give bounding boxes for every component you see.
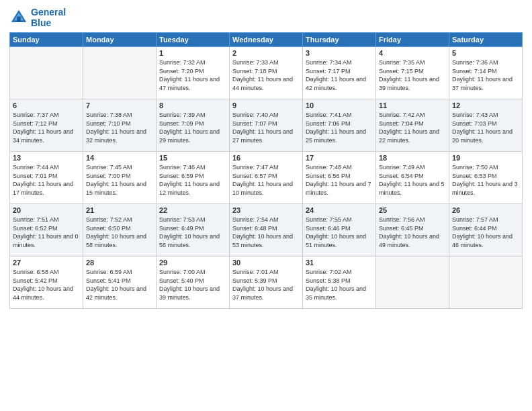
- day-number: 9: [232, 101, 300, 109]
- day-info: Sunrise: 7:57 AMSunset: 6:44 PMDaylight:…: [452, 216, 519, 249]
- day-info: Sunrise: 7:38 AMSunset: 7:10 PMDaylight:…: [86, 111, 153, 144]
- day-number: 17: [306, 154, 373, 162]
- day-cell: 24Sunrise: 7:55 AMSunset: 6:46 PMDayligh…: [303, 204, 376, 257]
- day-number: 16: [232, 154, 300, 162]
- day-number: 20: [13, 206, 80, 214]
- day-cell: 14Sunrise: 7:45 AMSunset: 7:00 PMDayligh…: [83, 152, 157, 204]
- day-cell: 25Sunrise: 7:56 AMSunset: 6:45 PMDayligh…: [376, 204, 449, 257]
- day-info: Sunrise: 7:37 AMSunset: 7:12 PMDaylight:…: [13, 111, 80, 144]
- day-cell: 4Sunrise: 7:35 AMSunset: 7:15 PMDaylight…: [376, 47, 449, 99]
- day-cell: 10Sunrise: 7:41 AMSunset: 7:06 PMDayligh…: [303, 99, 376, 152]
- day-cell: 8Sunrise: 7:39 AMSunset: 7:09 PMDaylight…: [157, 99, 230, 152]
- day-cell: [376, 257, 449, 309]
- day-cell: 30Sunrise: 7:01 AMSunset: 5:39 PMDayligh…: [230, 257, 303, 309]
- day-number: 4: [379, 49, 446, 57]
- logo-icon: [9, 8, 28, 27]
- header-day-friday: Friday: [376, 33, 449, 47]
- day-cell: 15Sunrise: 7:46 AMSunset: 6:59 PMDayligh…: [157, 152, 230, 204]
- day-number: 24: [306, 206, 373, 214]
- day-cell: 6Sunrise: 7:37 AMSunset: 7:12 PMDaylight…: [10, 99, 83, 152]
- day-cell: 28Sunrise: 6:59 AMSunset: 5:41 PMDayligh…: [83, 257, 157, 309]
- day-cell: 18Sunrise: 7:49 AMSunset: 6:54 PMDayligh…: [376, 152, 449, 204]
- day-cell: 3Sunrise: 7:34 AMSunset: 7:17 PMDaylight…: [303, 47, 376, 99]
- day-number: 15: [159, 154, 226, 162]
- day-cell: [10, 47, 83, 99]
- day-cell: [83, 47, 157, 99]
- day-info: Sunrise: 7:51 AMSunset: 6:52 PMDaylight:…: [13, 216, 80, 249]
- day-info: Sunrise: 6:58 AMSunset: 5:42 PMDaylight:…: [13, 268, 80, 302]
- day-number: 12: [452, 101, 519, 109]
- day-number: 13: [13, 154, 80, 162]
- calendar-table: SundayMondayTuesdayWednesdayThursdayFrid…: [9, 32, 523, 309]
- day-info: Sunrise: 7:41 AMSunset: 7:06 PMDaylight:…: [306, 111, 373, 144]
- day-cell: 22Sunrise: 7:53 AMSunset: 6:49 PMDayligh…: [157, 204, 230, 257]
- day-number: 5: [452, 49, 519, 57]
- header-day-sunday: Sunday: [10, 33, 83, 47]
- day-cell: 29Sunrise: 7:00 AMSunset: 5:40 PMDayligh…: [157, 257, 230, 309]
- day-cell: 5Sunrise: 7:36 AMSunset: 7:14 PMDaylight…: [449, 47, 523, 99]
- svg-rect-2: [17, 17, 21, 22]
- day-info: Sunrise: 7:46 AMSunset: 6:59 PMDaylight:…: [159, 163, 226, 197]
- day-number: 28: [86, 259, 153, 267]
- day-number: 18: [379, 154, 446, 162]
- day-info: Sunrise: 7:47 AMSunset: 6:57 PMDaylight:…: [232, 163, 300, 197]
- header-row: SundayMondayTuesdayWednesdayThursdayFrid…: [10, 33, 523, 47]
- day-number: 10: [306, 101, 373, 109]
- day-cell: 12Sunrise: 7:43 AMSunset: 7:03 PMDayligh…: [449, 99, 523, 152]
- week-row-4: 20Sunrise: 7:51 AMSunset: 6:52 PMDayligh…: [10, 204, 523, 257]
- calendar-page: General Blue SundayMondayTuesdayWednesda…: [0, 0, 532, 411]
- day-info: Sunrise: 7:49 AMSunset: 6:54 PMDaylight:…: [379, 163, 446, 197]
- day-info: Sunrise: 7:48 AMSunset: 6:56 PMDaylight:…: [306, 163, 373, 197]
- day-info: Sunrise: 7:39 AMSunset: 7:09 PMDaylight:…: [159, 111, 226, 144]
- week-row-2: 6Sunrise: 7:37 AMSunset: 7:12 PMDaylight…: [10, 99, 523, 152]
- day-info: Sunrise: 7:36 AMSunset: 7:14 PMDaylight:…: [452, 58, 519, 92]
- header-day-thursday: Thursday: [303, 33, 376, 47]
- day-info: Sunrise: 7:50 AMSunset: 6:53 PMDaylight:…: [452, 163, 519, 197]
- day-info: Sunrise: 6:59 AMSunset: 5:41 PMDaylight:…: [86, 268, 153, 302]
- day-info: Sunrise: 7:01 AMSunset: 5:39 PMDaylight:…: [232, 268, 300, 302]
- day-number: 3: [306, 49, 373, 57]
- day-cell: 7Sunrise: 7:38 AMSunset: 7:10 PMDaylight…: [83, 99, 157, 152]
- week-row-5: 27Sunrise: 6:58 AMSunset: 5:42 PMDayligh…: [10, 257, 523, 309]
- day-number: 14: [86, 154, 153, 162]
- day-cell: 19Sunrise: 7:50 AMSunset: 6:53 PMDayligh…: [449, 152, 523, 204]
- day-cell: 20Sunrise: 7:51 AMSunset: 6:52 PMDayligh…: [10, 204, 83, 257]
- day-info: Sunrise: 7:52 AMSunset: 6:50 PMDaylight:…: [86, 216, 153, 249]
- logo-area: General Blue: [9, 7, 66, 28]
- day-info: Sunrise: 7:33 AMSunset: 7:18 PMDaylight:…: [232, 58, 300, 92]
- day-cell: 26Sunrise: 7:57 AMSunset: 6:44 PMDayligh…: [449, 204, 523, 257]
- day-number: 11: [379, 101, 446, 109]
- day-info: Sunrise: 7:45 AMSunset: 7:00 PMDaylight:…: [86, 163, 153, 197]
- day-number: 6: [13, 101, 80, 109]
- week-row-3: 13Sunrise: 7:44 AMSunset: 7:01 PMDayligh…: [10, 152, 523, 204]
- day-cell: [449, 257, 523, 309]
- day-cell: 21Sunrise: 7:52 AMSunset: 6:50 PMDayligh…: [83, 204, 157, 257]
- day-number: 22: [159, 206, 226, 214]
- day-number: 31: [306, 259, 373, 267]
- day-cell: 27Sunrise: 6:58 AMSunset: 5:42 PMDayligh…: [10, 257, 83, 309]
- day-info: Sunrise: 7:55 AMSunset: 6:46 PMDaylight:…: [306, 216, 373, 249]
- day-info: Sunrise: 7:34 AMSunset: 7:17 PMDaylight:…: [306, 58, 373, 92]
- header-day-wednesday: Wednesday: [230, 33, 303, 47]
- day-cell: 1Sunrise: 7:32 AMSunset: 7:20 PMDaylight…: [157, 47, 230, 99]
- day-info: Sunrise: 7:42 AMSunset: 7:04 PMDaylight:…: [379, 111, 446, 144]
- day-number: 21: [86, 206, 153, 214]
- day-info: Sunrise: 7:35 AMSunset: 7:15 PMDaylight:…: [379, 58, 446, 92]
- day-info: Sunrise: 7:40 AMSunset: 7:07 PMDaylight:…: [232, 111, 300, 144]
- day-info: Sunrise: 7:00 AMSunset: 5:40 PMDaylight:…: [159, 268, 226, 302]
- day-info: Sunrise: 7:44 AMSunset: 7:01 PMDaylight:…: [13, 163, 80, 197]
- day-number: 23: [232, 206, 300, 214]
- day-cell: 16Sunrise: 7:47 AMSunset: 6:57 PMDayligh…: [230, 152, 303, 204]
- day-cell: 31Sunrise: 7:02 AMSunset: 5:38 PMDayligh…: [303, 257, 376, 309]
- day-cell: 17Sunrise: 7:48 AMSunset: 6:56 PMDayligh…: [303, 152, 376, 204]
- day-number: 2: [232, 49, 300, 57]
- day-cell: 11Sunrise: 7:42 AMSunset: 7:04 PMDayligh…: [376, 99, 449, 152]
- day-number: 27: [13, 259, 80, 267]
- day-number: 25: [379, 206, 446, 214]
- day-number: 29: [159, 259, 226, 267]
- day-info: Sunrise: 7:53 AMSunset: 6:49 PMDaylight:…: [159, 216, 226, 249]
- logo-text: General Blue: [31, 7, 66, 28]
- day-number: 1: [159, 49, 226, 57]
- header-day-saturday: Saturday: [449, 33, 523, 47]
- header-day-tuesday: Tuesday: [157, 33, 230, 47]
